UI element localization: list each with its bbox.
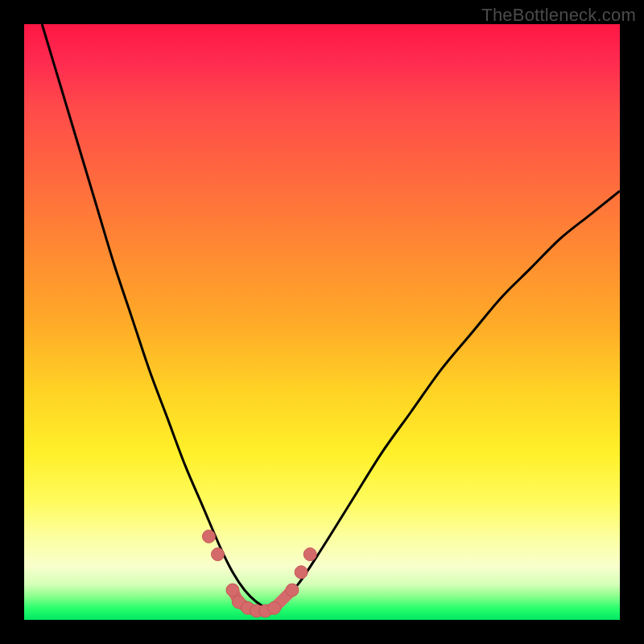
valley-marker-dot — [295, 566, 308, 579]
valley-marker-dot — [303, 548, 316, 561]
valley-marker-dot — [202, 530, 215, 543]
chart-frame: TheBottleneck.com — [0, 0, 644, 644]
watermark-text: TheBottleneck.com — [481, 5, 636, 26]
chart-svg — [24, 24, 620, 620]
bottleneck-curve — [42, 24, 620, 608]
valley-marker-dot — [226, 584, 239, 597]
valley-marker-dot — [268, 601, 281, 614]
valley-marker-dot — [212, 548, 225, 561]
valley-marker-dot — [286, 584, 299, 597]
